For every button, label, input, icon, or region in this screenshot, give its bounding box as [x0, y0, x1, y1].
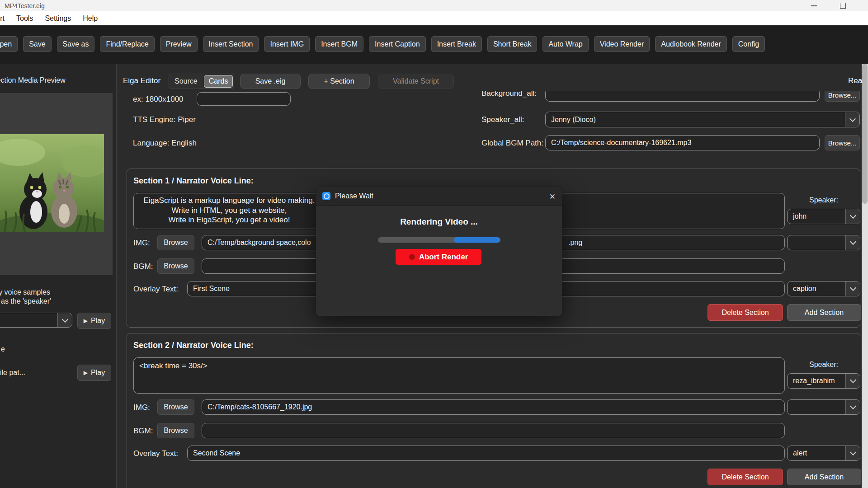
- size-hint-label: ex: 1800x1000: [133, 95, 184, 104]
- add-section-button[interactable]: Add Section: [787, 469, 861, 485]
- add-section-top-button[interactable]: + Section: [308, 74, 370, 89]
- audiobook-render-button[interactable]: Audiobook Render: [655, 36, 727, 52]
- background-browse-button[interactable]: Browse...: [825, 91, 860, 102]
- overlay-text-input[interactable]: Second Scene: [187, 446, 785, 461]
- settings-row-clipped: ex: 1800x1000 Background_all: Browse...: [118, 91, 862, 110]
- close-button[interactable]: ✕: [549, 187, 556, 206]
- img-path-text: C:/Temp/background space,colo: [208, 239, 311, 247]
- editor-title: Eiga Editor: [123, 76, 160, 85]
- menu-insert[interactable]: Insert: [0, 11, 10, 25]
- validate-script-button[interactable]: Validate Script: [378, 74, 454, 89]
- play-button-label: Play: [91, 317, 105, 325]
- auto-wrap-button[interactable]: Auto Wrap: [542, 36, 588, 52]
- dialog-title: Please Wait: [335, 192, 373, 200]
- menu-help[interactable]: Help: [77, 11, 104, 25]
- insert-caption-button[interactable]: Insert Caption: [369, 36, 426, 52]
- vertical-scrollbar[interactable]: [862, 64, 868, 488]
- speaker-select[interactable]: john: [787, 209, 860, 224]
- overlay-style-select[interactable]: alert: [787, 446, 860, 461]
- voice-samples-note-line1: Play voice samples: [0, 288, 50, 296]
- overlay-text-label: Overlay Text:: [133, 285, 178, 294]
- record-dot-icon: [409, 254, 415, 260]
- play-icon: ▶: [84, 318, 88, 324]
- media-preview-image: [0, 134, 104, 232]
- speaker-value: john: [788, 209, 845, 224]
- play-icon: ▶: [84, 370, 88, 376]
- insert-bgm-button[interactable]: Insert BGM: [315, 36, 363, 52]
- view-tabs: Source Cards: [169, 74, 234, 89]
- window-title: MP4Tester.eig: [5, 2, 45, 9]
- img-path-input[interactable]: C:/Temp/cats-8105667_1920.jpg: [202, 399, 785, 415]
- bgm-path-input[interactable]: [202, 423, 785, 438]
- add-section-button[interactable]: Add Section: [787, 304, 861, 321]
- play-button-label: Play: [91, 369, 105, 377]
- insert-img-button[interactable]: Insert IMG: [264, 36, 310, 52]
- chevron-down-icon: [845, 446, 860, 460]
- open-button[interactable]: Open: [0, 36, 18, 52]
- chevron-down-icon: [845, 400, 860, 414]
- speaker-select[interactable]: reza_ibrahim: [787, 373, 860, 389]
- narrator-voice-text: EigaScript is a markup language for vide…: [134, 193, 325, 227]
- speaker-all-select[interactable]: Jenny (Dioco): [545, 112, 860, 127]
- img-label: IMG:: [133, 239, 150, 248]
- find-replace-button[interactable]: Find/Replace: [100, 36, 154, 52]
- size-input[interactable]: [197, 92, 291, 106]
- narrator-voice-textarea[interactable]: <break time = 30s/>: [133, 357, 785, 394]
- preview-button[interactable]: Preview: [160, 36, 198, 52]
- maximize-icon: [840, 3, 846, 9]
- save-button[interactable]: Save: [23, 36, 51, 52]
- delete-section-button[interactable]: Delete Section: [708, 469, 783, 485]
- play-file-button[interactable]: ▶ Play: [77, 365, 111, 381]
- voice-sample-select[interactable]: [0, 313, 72, 328]
- app-icon: [322, 192, 330, 200]
- rendering-message: Rendering Video ...: [316, 217, 562, 227]
- delete-section-button[interactable]: Delete Section: [708, 304, 783, 321]
- overlay-style-value: alert: [788, 446, 845, 460]
- img-path-tail: .png: [568, 235, 582, 250]
- tab-cards[interactable]: Cards: [204, 75, 233, 88]
- speaker-label: Speaker:: [787, 196, 860, 204]
- insert-break-button[interactable]: Insert Break: [431, 36, 482, 52]
- chevron-down-icon: [845, 235, 860, 250]
- maximize-button[interactable]: [830, 0, 855, 11]
- img-style-select[interactable]: [787, 235, 860, 250]
- voice-samples-note-line2: as the 'speaker': [1, 297, 51, 305]
- background-all-input[interactable]: [545, 91, 820, 102]
- scrollbar-thumb[interactable]: [862, 64, 868, 204]
- img-browse-button[interactable]: Browse: [157, 399, 194, 415]
- section-card-2: Section 2 / Narrator Voice Line: <break …: [127, 333, 860, 488]
- overlay-style-select[interactable]: caption: [787, 281, 860, 296]
- img-style-value: [788, 400, 845, 414]
- menu-tools[interactable]: Tools: [10, 11, 39, 25]
- voice-sample-select-value: [0, 313, 57, 327]
- chevron-down-icon: [845, 112, 859, 127]
- minimize-button[interactable]: [801, 0, 826, 11]
- save-eig-button[interactable]: Save .eig: [240, 74, 301, 89]
- speaker-value: reza_ibrahim: [788, 374, 845, 388]
- img-style-select[interactable]: [787, 399, 860, 415]
- save-as-button[interactable]: Save as: [57, 36, 95, 52]
- chevron-down-icon: [845, 209, 860, 224]
- insert-section-button[interactable]: Insert Section: [203, 36, 259, 52]
- minimize-icon: [811, 5, 817, 6]
- speaker-all-label: Speaker_all:: [481, 115, 524, 124]
- play-voice-sample-button[interactable]: ▶ Play: [77, 313, 111, 329]
- media-preview-sidebar: Section Media Preview: [0, 64, 117, 488]
- config-button[interactable]: Config: [732, 36, 765, 52]
- menu-settings[interactable]: Settings: [39, 11, 77, 25]
- title-bar: MP4Tester.eig: [0, 0, 868, 11]
- img-browse-button[interactable]: Browse: [157, 235, 194, 250]
- section-title: Section 2 / Narrator Voice Line:: [133, 341, 254, 350]
- video-render-button[interactable]: Video Render: [594, 36, 650, 52]
- global-bgm-input[interactable]: C:/Temp/science-documentary-169621.mp3: [545, 135, 820, 150]
- bgm-browse-button[interactable]: Browse: [157, 423, 194, 438]
- abort-render-button[interactable]: Abort Render: [396, 249, 481, 265]
- global-bgm-browse-button[interactable]: Browse...: [825, 135, 860, 150]
- toolbar-row: Open Save Save as Find/Replace Preview I…: [0, 36, 765, 52]
- tab-source[interactable]: Source: [169, 74, 203, 89]
- media-preview-title: Section Media Preview: [0, 76, 66, 84]
- short-break-button[interactable]: Short Break: [487, 36, 537, 52]
- global-bgm-label: Global BGM Path:: [481, 139, 543, 148]
- img-label: IMG:: [133, 403, 150, 412]
- bgm-browse-button[interactable]: Browse: [157, 258, 194, 274]
